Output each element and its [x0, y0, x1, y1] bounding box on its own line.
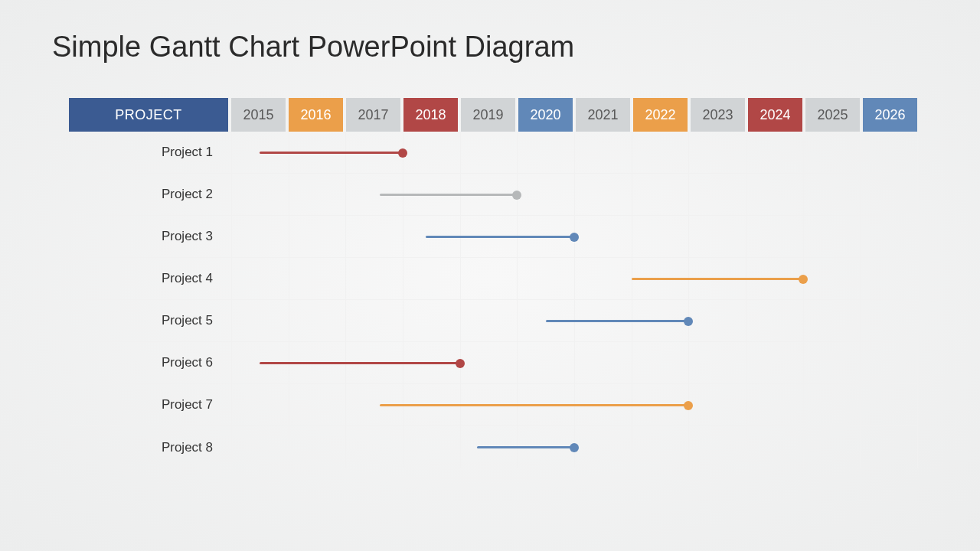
- year-header-2021: 2021: [576, 98, 630, 132]
- year-header-2025: 2025: [805, 98, 860, 132]
- gantt-chart: PROJECT 20152016201720182019202020212022…: [69, 98, 917, 468]
- project-label: Project 8: [69, 440, 228, 455]
- project-label: Project 4: [69, 271, 228, 286]
- year-header-2024: 2024: [748, 98, 802, 132]
- gantt-grid: Project 1Project 2Project 3Project 4Proj…: [69, 132, 917, 468]
- project-label: Project 7: [69, 397, 228, 412]
- gantt-row: Project 3: [69, 216, 917, 258]
- gantt-row: Project 6: [69, 342, 917, 384]
- year-header-2019: 2019: [461, 98, 515, 132]
- gantt-row: Project 8: [69, 426, 917, 468]
- gantt-row: Project 4: [69, 258, 917, 300]
- project-label: Project 6: [69, 355, 228, 370]
- project-label: Project 3: [69, 229, 228, 244]
- project-header-cell: PROJECT: [69, 98, 228, 132]
- year-header-2017: 2017: [346, 98, 400, 132]
- gantt-row: Project 7: [69, 384, 917, 426]
- page-title: Simple Gantt Chart PowerPoint Diagram: [52, 31, 574, 64]
- gantt-row: Project 5: [69, 300, 917, 342]
- year-header-2018: 2018: [403, 98, 458, 132]
- year-header-2016: 2016: [289, 98, 343, 132]
- year-header-2026: 2026: [863, 98, 917, 132]
- year-header-2022: 2022: [633, 98, 688, 132]
- project-label: Project 1: [69, 145, 228, 160]
- year-header-2015: 2015: [231, 98, 286, 132]
- project-label: Project 2: [69, 187, 228, 202]
- gantt-row: Project 2: [69, 174, 917, 216]
- year-header-2023: 2023: [691, 98, 745, 132]
- project-label: Project 5: [69, 313, 228, 328]
- year-header-2020: 2020: [518, 98, 573, 132]
- gantt-row: Project 1: [69, 132, 917, 174]
- timeline-header: PROJECT 20152016201720182019202020212022…: [69, 98, 917, 132]
